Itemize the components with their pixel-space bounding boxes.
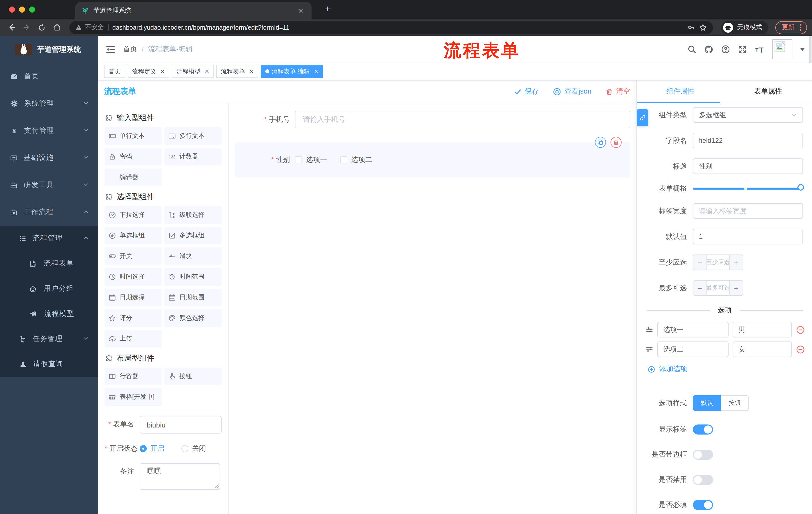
security-warning[interactable]: 不安全	[76, 23, 104, 32]
github-icon[interactable]	[704, 45, 714, 54]
view-json-button[interactable]: 查看json	[553, 87, 591, 96]
canvas-field-phone[interactable]: 手机号 请输入手机号	[235, 111, 630, 128]
disabled-toggle[interactable]	[693, 475, 713, 485]
browser-tab[interactable]: 芋道管理系统 ✕	[76, 2, 312, 19]
collapse-sidebar-icon[interactable]	[105, 44, 116, 55]
increase-icon[interactable]: +	[730, 281, 743, 295]
component-时间范围[interactable]: 时间范围	[164, 268, 222, 286]
copy-widget-button[interactable]	[595, 137, 606, 148]
key-icon[interactable]	[687, 24, 695, 31]
component-编辑器[interactable]: 编辑器	[105, 168, 162, 186]
show-label-toggle[interactable]	[693, 425, 713, 435]
browser-menu-icon[interactable]	[798, 24, 804, 31]
remove-option-button[interactable]	[796, 325, 805, 334]
component-日期范围[interactable]: 日期范围	[164, 289, 222, 306]
url-text[interactable]: dashboard.yudao.iocoder.cn/bpm/manager/f…	[112, 24, 684, 31]
delete-widget-button[interactable]	[610, 137, 621, 148]
increase-icon[interactable]: +	[730, 255, 743, 270]
help-icon[interactable]	[721, 45, 730, 54]
required-toggle[interactable]	[693, 500, 713, 510]
checkbox-icon[interactable]	[340, 156, 347, 163]
option-style-button-button[interactable]: 按钮	[721, 395, 749, 411]
tag-close-icon[interactable]: ✕	[204, 68, 209, 75]
minimize-window-button[interactable]	[19, 6, 25, 12]
sidebar-item-工作流程[interactable]: 工作流程	[0, 199, 98, 226]
font-size-icon[interactable]: TT	[755, 44, 765, 54]
reload-icon[interactable]	[35, 21, 48, 34]
decrease-icon[interactable]: −	[693, 281, 706, 295]
label-width-input[interactable]: 请输入标签宽度	[693, 203, 803, 219]
tag-close-icon[interactable]: ✕	[249, 68, 254, 75]
option-style-default-button[interactable]: 默认	[693, 395, 721, 411]
component-单选框组[interactable]: 单选框组	[105, 227, 162, 244]
breadcrumb-home[interactable]: 首页	[123, 45, 137, 54]
sidebar-item-流程管理[interactable]: 流程管理	[0, 226, 98, 251]
component-时间选择[interactable]: 时间选择	[105, 268, 162, 286]
sidebar-item-支付管理[interactable]: ¥支付管理	[0, 117, 98, 144]
component-多选框组[interactable]: 多选框组	[164, 227, 222, 244]
close-window-button[interactable]	[9, 6, 15, 12]
maximize-window-button[interactable]	[29, 6, 35, 12]
sidebar-item-用户分组[interactable]: 用户分组	[0, 276, 98, 301]
remark-textarea[interactable]: 嘿嘿	[140, 463, 220, 490]
window-controls[interactable]	[9, 6, 35, 12]
update-label[interactable]: 更新	[782, 23, 794, 32]
sidebar-item-流程表单[interactable]: 流程表单	[0, 251, 98, 276]
resize-grip-icon[interactable]	[214, 484, 219, 488]
tab-form-props[interactable]: 表单属性	[724, 80, 812, 103]
form-name-input[interactable]: biubiu	[140, 416, 222, 434]
component-计数器[interactable]: 123计数器	[164, 148, 222, 165]
grid-slider[interactable]	[693, 188, 800, 190]
component-日期选择[interactable]: 日期选择	[105, 289, 162, 306]
option-label-input[interactable]: 选项一	[657, 322, 729, 337]
tab-close-icon[interactable]: ✕	[296, 7, 306, 14]
min-select-stepper[interactable]: − 至少应选 +	[693, 254, 743, 270]
gender-option-1[interactable]: 选项一	[295, 155, 327, 164]
save-button[interactable]: 保存	[514, 87, 539, 96]
home-icon[interactable]	[50, 21, 63, 34]
component-表格[开发中][interactable]: 表格[开发中]	[105, 388, 162, 406]
sidebar-item-任务管理[interactable]: 任务管理	[0, 326, 98, 352]
status-on-radio[interactable]	[140, 445, 147, 452]
component-按钮[interactable]: 按钮	[164, 368, 222, 385]
drag-handle-icon[interactable]	[646, 326, 653, 333]
sidebar-item-请假查询[interactable]: 请假查询	[0, 352, 98, 377]
sidebar-item-流程模型[interactable]: 流程模型	[0, 301, 98, 326]
tag-首页[interactable]: 首页	[104, 65, 125, 78]
component-单行文本[interactable]: 单行文本	[105, 127, 162, 145]
component-开关[interactable]: 开关	[105, 247, 162, 265]
component-多行文本[interactable]: 多行文本	[164, 127, 222, 145]
tag-close-icon[interactable]: ✕	[160, 68, 165, 75]
option-label-input[interactable]: 选项二	[657, 342, 729, 357]
sidebar-logo[interactable]: 芋道管理系统	[0, 36, 98, 63]
default-value-input[interactable]: 1	[693, 229, 803, 244]
clear-button[interactable]: 清空	[606, 87, 630, 96]
phone-input[interactable]: 请输入手机号	[295, 111, 630, 128]
tag-close-icon[interactable]: ✕	[314, 68, 318, 75]
avatar[interactable]	[772, 39, 792, 59]
tab-component-props[interactable]: 组件属性	[637, 80, 724, 103]
title-input[interactable]: 性别	[693, 158, 803, 174]
url-bar[interactable]: 不安全 dashboard.yudao.iocoder.cn/bpm/manag…	[69, 21, 713, 34]
component-下拉选择[interactable]: 下拉选择	[105, 206, 162, 224]
avatar-caret-icon[interactable]	[800, 48, 805, 51]
gender-option-2[interactable]: 选项二	[340, 155, 372, 164]
tag-流程表单[interactable]: 流程表单✕	[216, 65, 258, 78]
add-option-button[interactable]: 添加选项	[648, 364, 812, 374]
field-name-input[interactable]: field122	[693, 133, 803, 148]
component-颜色选择[interactable]: 颜色选择	[164, 309, 222, 327]
border-toggle[interactable]	[693, 450, 713, 460]
tag-流程模型[interactable]: 流程模型✕	[172, 65, 213, 78]
sidebar-item-研发工具[interactable]: 研发工具	[0, 171, 98, 199]
component-滑块[interactable]: 滑块	[164, 247, 222, 265]
link-badge-icon[interactable]	[637, 109, 648, 126]
component-评分[interactable]: 评分	[105, 309, 162, 327]
component-密码[interactable]: 密码	[105, 148, 162, 165]
status-off-radio[interactable]	[181, 445, 188, 452]
update-button[interactable]: 更新	[775, 21, 807, 34]
decrease-icon[interactable]: −	[693, 255, 706, 270]
sidebar-item-基础设施[interactable]: 基础设施	[0, 144, 98, 171]
component-行容器[interactable]: 行容器	[105, 368, 162, 385]
fullscreen-icon[interactable]	[737, 45, 747, 54]
sidebar-item-首页[interactable]: 首页	[0, 63, 98, 90]
